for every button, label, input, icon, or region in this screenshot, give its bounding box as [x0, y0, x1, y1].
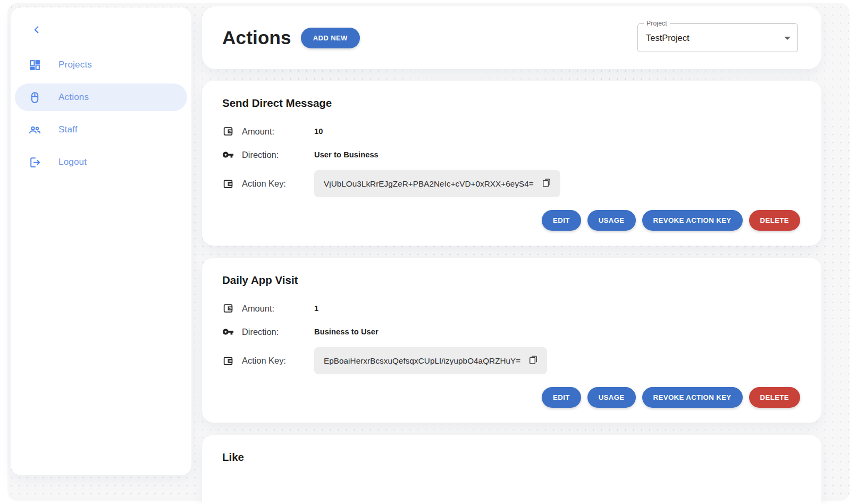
- chevron-left-icon: [31, 24, 43, 36]
- logout-icon: [28, 156, 41, 169]
- key-icon: [222, 149, 234, 161]
- sidebar-nav: Projects Actions Staff Logout: [15, 51, 187, 176]
- main-content: Actions ADD NEW Project TestProject Send…: [202, 6, 821, 504]
- sidebar-item-actions[interactable]: Actions: [15, 83, 187, 111]
- sidebar-item-projects[interactable]: Projects: [15, 51, 187, 79]
- action-card-title: Like: [222, 451, 800, 464]
- field-value: 10: [314, 127, 323, 136]
- add-new-button[interactable]: ADD NEW: [301, 28, 360, 48]
- key-icon: [222, 326, 234, 338]
- action-card-title: Daily App Visit: [222, 274, 800, 287]
- wallet-icon: [222, 178, 234, 190]
- dashboard-icon: [28, 58, 41, 72]
- field-row: Amount: 10: [222, 123, 800, 139]
- field-label: Action Key:: [242, 356, 314, 366]
- field-row: Amount: 1: [222, 300, 800, 316]
- field-row: Action Key: EpBoaiHerxrBcsxuQefsqxCUpLI/…: [222, 347, 800, 374]
- action-key-box: EpBoaiHerxrBcsxuQefsqxCUpLI/izyupbO4aQRZ…: [314, 347, 547, 374]
- sidebar-item-label: Projects: [58, 60, 92, 70]
- field-label: Direction:: [242, 327, 314, 337]
- sidebar-item-staff[interactable]: Staff: [15, 116, 187, 144]
- field-row: Direction: Business to User: [222, 324, 800, 340]
- page-header-card: Actions ADD NEW Project TestProject: [202, 6, 821, 69]
- project-select-label: Project: [644, 20, 670, 27]
- action-key-value: VjUbLOu3LkRrEJgZeR+PBA2NeIc+cVD+0xRXX+6e…: [324, 179, 534, 188]
- field-label: Direction:: [242, 150, 314, 160]
- mouse-icon: [28, 91, 41, 104]
- edit-button[interactable]: EDIT: [542, 387, 581, 408]
- copy-icon: [541, 178, 552, 188]
- copy-button[interactable]: [540, 177, 553, 191]
- copy-icon: [528, 355, 539, 365]
- action-cards-list: Send Direct Message Amount: 10 Direction…: [202, 81, 821, 504]
- field-value: Business to User: [314, 327, 379, 336]
- chevron-down-icon: [784, 37, 791, 40]
- sidebar-item-label: Staff: [58, 124, 78, 135]
- field-value: User to Business: [314, 150, 379, 159]
- action-card-fields: Amount: 10 Direction: User to Business A…: [222, 123, 800, 197]
- action-card-fields: Amount: 1 Direction: Business to User Ac…: [222, 300, 800, 374]
- field-row: Action Key: VjUbLOu3LkRrEJgZeR+PBA2NeIc+…: [222, 170, 800, 197]
- wallet-icon: [222, 303, 234, 314]
- wallet-icon: [222, 355, 234, 367]
- sidebar: Projects Actions Staff Logout: [11, 7, 191, 475]
- delete-button[interactable]: DELETE: [749, 210, 800, 231]
- action-card-buttons: EDITUSAGEREVOKE ACTION KEYDELETE: [222, 210, 800, 231]
- revoke-action-key-button[interactable]: REVOKE ACTION KEY: [642, 387, 743, 408]
- action-card-like: Like: [202, 435, 821, 504]
- sidebar-item-label: Logout: [58, 157, 87, 167]
- project-select-value: TestProject: [638, 24, 797, 52]
- people-icon: [28, 123, 41, 137]
- field-label: Action Key:: [242, 179, 314, 189]
- field-label: Amount:: [242, 304, 314, 314]
- action-card-title: Send Direct Message: [222, 97, 800, 110]
- sidebar-item-logout[interactable]: Logout: [15, 148, 187, 176]
- project-select[interactable]: Project TestProject: [637, 23, 798, 52]
- action-card-daily-app-visit: Daily App Visit Amount: 1 Direction: Bus…: [202, 258, 821, 423]
- field-value: 1: [314, 304, 318, 313]
- field-row: Direction: User to Business: [222, 147, 800, 163]
- usage-button[interactable]: USAGE: [587, 210, 636, 231]
- action-key-box: VjUbLOu3LkRrEJgZeR+PBA2NeIc+cVD+0xRXX+6e…: [314, 170, 560, 197]
- wallet-icon: [222, 125, 234, 137]
- field-label: Amount:: [242, 127, 314, 137]
- copy-button[interactable]: [527, 354, 540, 368]
- action-key-value: EpBoaiHerxrBcsxuQefsqxCUpLI/izyupbO4aQRZ…: [324, 356, 520, 365]
- revoke-action-key-button[interactable]: REVOKE ACTION KEY: [642, 210, 743, 231]
- action-card-send-direct-message: Send Direct Message Amount: 10 Direction…: [202, 81, 821, 246]
- usage-button[interactable]: USAGE: [587, 387, 636, 408]
- page-title: Actions: [222, 27, 291, 48]
- sidebar-collapse-button[interactable]: [31, 23, 45, 37]
- sidebar-item-label: Actions: [58, 92, 89, 103]
- delete-button[interactable]: DELETE: [749, 387, 800, 408]
- action-card-buttons: EDITUSAGEREVOKE ACTION KEYDELETE: [222, 387, 800, 408]
- edit-button[interactable]: EDIT: [542, 210, 581, 231]
